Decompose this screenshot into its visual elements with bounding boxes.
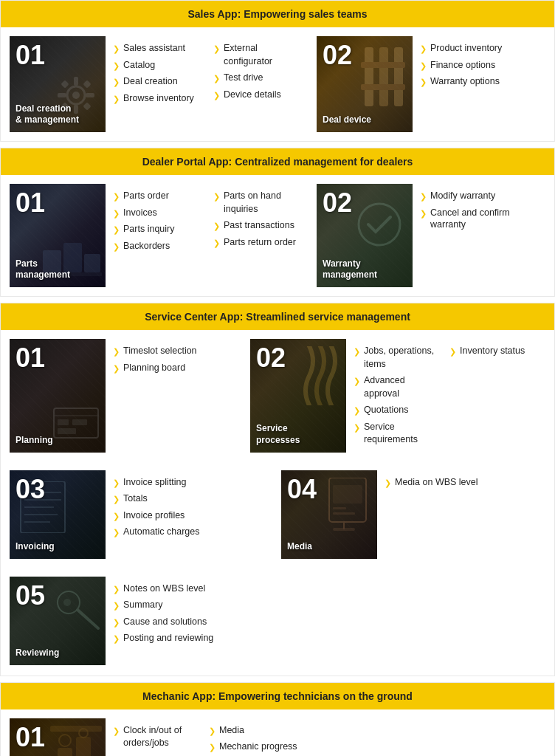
feature-inventory-status: ❯Inventory status (449, 345, 538, 358)
dealer-module-02-number: 02 (323, 190, 352, 216)
service-module-02-number: 02 (256, 345, 286, 371)
service-row-3-empty (281, 577, 545, 665)
chevron-icon: ❯ (113, 363, 120, 374)
chevron-icon: ❯ (113, 346, 120, 357)
chevron-icon: ❯ (113, 191, 120, 202)
sales-module-02-number: 02 (323, 42, 352, 69)
feature-jobs-operations: ❯Jobs, operations, items (354, 345, 442, 371)
dealer-module-02: 02 Warrantymanagement ❯Modify warranty ❯… (317, 184, 545, 287)
dealer-portal-header: Dealer Portal App: Centralized managemen… (1, 148, 554, 175)
svg-rect-34 (333, 512, 355, 515)
svg-rect-10 (365, 47, 373, 106)
svg-rect-41 (76, 737, 91, 757)
media-decor (322, 478, 373, 537)
dealer-module-02-image: 02 Warrantymanagement (317, 184, 413, 287)
svg-rect-24 (58, 428, 76, 434)
service-module-03-col1: ❯Invoice splitting ❯Totals ❯Invoice prof… (113, 476, 201, 539)
feature-invoices: ❯Invoices (113, 207, 201, 220)
chevron-icon: ❯ (113, 241, 120, 252)
chevron-icon: ❯ (354, 346, 360, 357)
svg-rect-9 (83, 102, 91, 110)
jobcontrol-decor (50, 726, 102, 757)
service-row-3: 05 Reviewing ❯Notes on WBS level ❯Summar… (1, 568, 554, 676)
chevron-icon: ❯ (113, 61, 120, 72)
dealer-portal-title: Dealer Portal App: Centralized managemen… (142, 156, 413, 168)
feature-summary: ❯Summary (113, 599, 213, 612)
service-module-01-features: ❯Timeslot selection ❯Planning board (106, 339, 243, 453)
feature-notes-wbs: ❯Notes on WBS level (113, 583, 213, 596)
feature-automatic-charges: ❯Automatic charges (113, 526, 201, 539)
svg-rect-33 (333, 507, 346, 509)
dealer-module-01-col2: ❯Parts on hand inquiries ❯Past transacti… (213, 190, 302, 249)
feature-cancel-confirm-warranty: ❯Cancel and confirmwarranty (420, 207, 510, 232)
feature-planning-board: ❯Planning board (113, 362, 201, 375)
service-module-01-title: Planning (15, 435, 53, 447)
service-module-02-image: 02 Serviceprocesses (250, 339, 346, 453)
svg-rect-36 (333, 528, 355, 531)
mechanic-app-header: Mechanic App: Empowering technicians on … (1, 683, 554, 709)
svg-rect-13 (361, 62, 405, 68)
dealer-portal-section: Dealer Portal App: Centralized managemen… (0, 148, 555, 297)
dealer-module-02-features: ❯Modify warranty ❯Cancel and confirmwarr… (413, 184, 545, 287)
dealer-module-02-title: Warrantymanagement (323, 258, 377, 281)
service-row-1: 01 Planning ❯Timeslot selection ❯Plannin… (1, 330, 554, 461)
chevron-icon: ❯ (113, 224, 120, 236)
dealer-module-01-number: 01 (15, 190, 45, 216)
feature-cause-solutions: ❯Cause and solutions (113, 616, 213, 629)
chevron-icon: ❯ (113, 600, 120, 611)
chevron-icon: ❯ (385, 478, 391, 489)
service-module-02: 02 Serviceprocesses ❯Jobs, operations, i… (250, 339, 545, 453)
sales-module-02-col1: ❯Product inventory ❯Finance options ❯War… (420, 42, 509, 89)
feature-external-configurator: ❯External configurator (213, 42, 302, 68)
service-module-05-features: ❯Notes on WBS level ❯Summary ❯Cause and … (106, 577, 274, 665)
sales-app-section: Sales App: Empowering sales teams (0, 0, 555, 142)
chevron-icon: ❯ (113, 511, 120, 522)
chevron-icon: ❯ (354, 405, 360, 416)
service-module-04-image: 04 Media (281, 470, 377, 559)
service-module-01-number: 01 (15, 345, 45, 371)
service-module-05: 05 Reviewing ❯Notes on WBS level ❯Summar… (10, 577, 274, 665)
service-center-title: Service Center App: Streamlined service … (145, 311, 410, 323)
svg-point-19 (359, 204, 400, 245)
dealer-module-01-title: Partsmanagement (15, 258, 70, 281)
service-module-05-title: Reviewing (15, 647, 59, 659)
chevron-icon: ❯ (209, 742, 216, 753)
chevron-icon: ❯ (354, 376, 360, 387)
feature-advanced-approval: ❯Advanced approval (354, 374, 442, 400)
svg-rect-23 (72, 419, 87, 425)
chevron-icon: ❯ (113, 584, 120, 595)
feature-clock-in-out: ❯Clock in/out of orders/jobs (113, 724, 201, 750)
chevron-icon: ❯ (420, 191, 427, 202)
service-module-02-features: ❯Jobs, operations, items ❯Advanced appro… (346, 339, 545, 453)
svg-rect-12 (394, 47, 403, 106)
svg-rect-11 (379, 47, 388, 106)
feature-service-requirements: ❯Service requirements (354, 421, 442, 447)
rope-decor (298, 346, 342, 405)
feature-backorders: ❯Backorders (113, 240, 201, 253)
service-module-01-image: 01 Planning (10, 339, 106, 453)
service-module-03-features: ❯Invoice splitting ❯Totals ❯Invoice prof… (106, 470, 274, 559)
service-module-02-col1: ❯Jobs, operations, items ❯Advanced appro… (354, 345, 442, 447)
mechanic-module-01-col1: ❯Clock in/out of orders/jobs ❯Cause and … (113, 724, 201, 757)
svg-rect-32 (333, 485, 362, 504)
feature-warranty-options: ❯Warranty options (420, 75, 509, 89)
pipe-decor (357, 47, 409, 106)
chevron-icon: ❯ (113, 726, 120, 737)
mechanic-module-01-number: 01 (15, 724, 45, 751)
service-module-03-number: 03 (15, 476, 45, 503)
svg-rect-5 (86, 93, 94, 97)
mechanic-module-01: 01 Job control ❯Clock in/out of orders/j… (10, 718, 305, 757)
svg-rect-2 (74, 77, 78, 86)
dealer-module-02-col1: ❯Modify warranty ❯Cancel and confirmwarr… (420, 190, 510, 231)
feature-timeslot: ❯Timeslot selection (113, 345, 201, 358)
service-module-04-col1: ❯Media on WBS level (385, 476, 478, 489)
service-module-01: 01 Planning ❯Timeslot selection ❯Plannin… (10, 339, 243, 453)
feature-sales-assistant: ❯Sales assistant (113, 42, 201, 55)
svg-rect-40 (58, 748, 72, 757)
feature-parts-on-hand: ❯Parts on hand inquiries (213, 190, 302, 216)
chevron-icon: ❯ (213, 44, 220, 55)
chevron-icon: ❯ (113, 208, 120, 219)
chevron-icon: ❯ (213, 73, 220, 84)
feature-browse-inventory: ❯Browse inventory (113, 92, 201, 106)
chevron-icon: ❯ (420, 77, 427, 88)
